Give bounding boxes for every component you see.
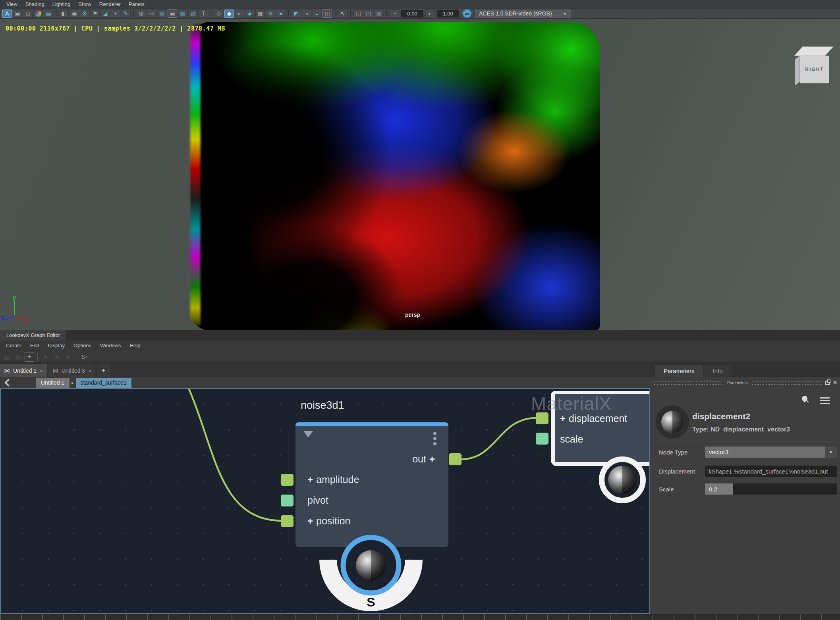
view-cube-left-face[interactable]: [795, 56, 800, 86]
close-panel-icon[interactable]: ×: [833, 380, 837, 385]
menu-panels[interactable]: Panels: [125, 0, 149, 9]
time-slider[interactable]: [0, 614, 840, 620]
select-cursor-icon[interactable]: ↖: [338, 10, 348, 18]
menu-renderer[interactable]: Renderer: [95, 0, 125, 9]
viewport[interactable]: 00:00:00 2116x767 | CPU | samples 3/2/2/…: [0, 19, 840, 330]
gate-mask-icon[interactable]: ▣: [168, 10, 177, 18]
resolution-gate-icon[interactable]: ◎: [157, 10, 167, 18]
amplitude-port[interactable]: [281, 474, 294, 486]
scale-port[interactable]: [536, 433, 548, 445]
menu-show[interactable]: Show: [74, 0, 95, 9]
shadows-icon[interactable]: ●: [276, 10, 286, 18]
collapse-triangle-icon[interactable]: [303, 431, 313, 437]
materialx-node[interactable]: [551, 391, 650, 466]
lookdevx-menu-windows[interactable]: Windows: [96, 341, 126, 351]
tab-info[interactable]: Info: [704, 365, 732, 377]
spotlight-icon[interactable]: ◤: [292, 10, 301, 18]
menu-shading[interactable]: Shading: [21, 0, 48, 9]
render-object[interactable]: [191, 22, 600, 330]
plus-icon[interactable]: +: [307, 516, 313, 527]
graph-tab-untitled-1[interactable]: ⋈ Untitled 1 ×: [0, 364, 47, 377]
view-cube-top-face[interactable]: [794, 46, 834, 56]
camera-icon[interactable]: ◧: [59, 10, 69, 18]
drag-dots[interactable]: [751, 381, 822, 385]
create-node-icon[interactable]: ◰: [2, 352, 12, 362]
grid-icon[interactable]: ⊞: [137, 10, 146, 18]
kebab-menu-icon[interactable]: [433, 432, 436, 435]
bookmark-icon[interactable]: ⚑: [90, 10, 100, 18]
color-wheel-icon[interactable]: [33, 10, 43, 18]
frame-selection-icon[interactable]: ▣: [13, 10, 22, 18]
layout-rows-3-icon[interactable]: ≡: [63, 352, 73, 362]
scale-slider[interactable]: 0.2: [705, 483, 837, 495]
lookdevx-menu-help[interactable]: Help: [126, 341, 145, 351]
anti-alias-icon[interactable]: ◒: [312, 10, 322, 18]
back-chevron-icon[interactable]: [4, 379, 12, 387]
plus-icon[interactable]: +: [307, 474, 313, 485]
image-plane-icon[interactable]: ◢: [100, 10, 110, 18]
exposure-icon[interactable]: ◔: [390, 10, 399, 18]
noise3d1-node[interactable]: out + + amplitude pivot + position: [295, 422, 448, 547]
wire-out-to-displacement[interactable]: [462, 418, 536, 459]
displacement-input[interactable]: :kShape1,%standard_surface1%noise3d1.out: [705, 466, 837, 477]
safe-title-icon[interactable]: T: [199, 10, 208, 18]
panel-title[interactable]: LookdevX Graph Editor: [0, 330, 66, 341]
lookdevx-menu-create[interactable]: Create: [2, 341, 26, 351]
exposure-field[interactable]: 0.00: [401, 10, 423, 17]
film-gate-icon[interactable]: ▭: [147, 10, 156, 18]
panel-drag-handle[interactable]: Parameters ×: [653, 379, 837, 386]
textured-display-icon[interactable]: ◈: [245, 10, 255, 18]
breadcrumb-root[interactable]: Untitled 1: [36, 378, 70, 388]
drag-dots[interactable]: [653, 381, 724, 385]
graph-tab-untitled-3[interactable]: ⋈ Untitled 3 ×: [48, 364, 95, 377]
wireframe-display-icon[interactable]: ◇: [214, 10, 224, 18]
colorspace-dropdown[interactable]: ACES 1.0 SDR-video (sRGB)▼: [475, 10, 571, 18]
marquee-select-icon[interactable]: ⊡: [23, 10, 33, 18]
plus-icon[interactable]: +: [560, 413, 566, 424]
pan-zoom-icon[interactable]: +: [111, 10, 120, 18]
node-type-dropdown[interactable]: vector3 ▼: [705, 447, 837, 458]
use-all-lights-icon[interactable]: ☀: [266, 10, 275, 18]
float-panel-icon[interactable]: [825, 381, 830, 385]
view-cube-front-face[interactable]: RIGHT: [800, 56, 829, 83]
depth-of-field-icon[interactable]: ◑: [302, 10, 311, 18]
layout-rows-2-icon[interactable]: ≡: [52, 352, 62, 362]
pivot-port[interactable]: [281, 495, 294, 506]
select-by-name-icon[interactable]: A: [2, 10, 12, 18]
position-port[interactable]: [281, 515, 294, 527]
close-tab-icon[interactable]: ×: [88, 368, 91, 374]
snapshot-compare-icon[interactable]: ◳: [364, 10, 373, 18]
image-stack-icon[interactable]: ▤: [44, 10, 53, 18]
plus-icon[interactable]: +: [429, 454, 435, 465]
checker-sphere-icon[interactable]: ▩: [255, 10, 265, 18]
field-chart-icon[interactable]: ▥: [178, 10, 187, 18]
auto-layout-icon[interactable]: ✦: [25, 352, 34, 362]
safe-action-icon[interactable]: ▧: [188, 10, 198, 18]
breadcrumb-current[interactable]: standard_surface1: [76, 378, 131, 388]
lookdevx-menu-display[interactable]: Display: [43, 341, 69, 351]
lookdevx-menu-options[interactable]: Options: [69, 341, 96, 351]
wire-to-position[interactable]: [188, 389, 281, 521]
layout-rows-1-icon[interactable]: ≡: [41, 352, 50, 362]
gamma-icon[interactable]: ◐: [425, 10, 435, 18]
frame-target-icon[interactable]: ◎: [14, 352, 23, 362]
snapshot-icon[interactable]: ◱: [353, 10, 363, 18]
grease-pencil-icon[interactable]: ✎: [121, 10, 131, 18]
out-port[interactable]: [449, 453, 462, 465]
gamma-field[interactable]: 1.00: [437, 10, 459, 17]
lookdevx-menu-edit[interactable]: Edit: [26, 341, 43, 351]
node-graph-canvas[interactable]: S noise3d1 out +: [0, 388, 650, 614]
menu-view[interactable]: View: [2, 0, 21, 9]
close-tab-icon[interactable]: ×: [40, 368, 43, 374]
pin-icon[interactable]: [801, 395, 809, 402]
render-region-icon[interactable]: ◎: [374, 10, 384, 18]
motion-blur-icon[interactable]: ◫: [322, 10, 332, 18]
new-tab-button[interactable]: +: [97, 364, 110, 377]
camera-lock-icon[interactable]: ◉: [70, 10, 79, 18]
color-management-toggle[interactable]: ON: [462, 9, 472, 18]
displacement-port[interactable]: [536, 412, 548, 424]
chevron-down-icon[interactable]: ▼: [563, 12, 567, 16]
solo-material-icon[interactable]: Sx: [79, 352, 89, 362]
hamburger-menu-icon[interactable]: [820, 397, 830, 399]
shaded-display-icon[interactable]: ◆: [224, 10, 234, 18]
